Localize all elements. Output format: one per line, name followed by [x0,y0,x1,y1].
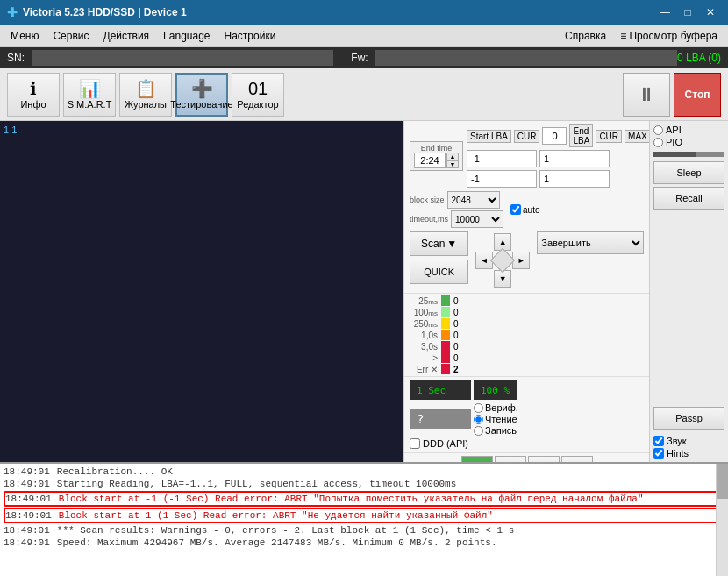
stat-row-err: Err ✕ 2 [410,364,644,374]
logs-button[interactable]: 📋 Журналы [119,73,172,117]
scan-label: Scan [421,238,445,250]
recall-button[interactable]: Recall [653,187,724,210]
read-radio[interactable] [474,415,483,424]
stop-button[interactable]: Стоп [674,73,721,117]
lba-display: 0 LBA (0) [677,52,721,64]
api-pio-section: API PIO [653,124,724,147]
scan-button[interactable]: Scan ▼ [410,231,468,256]
complete-select[interactable]: Завершить [537,231,644,254]
stat-value-250: 0 [453,319,459,329]
start-lba-input2[interactable] [467,170,537,188]
hints-checkbox-label: Hints [653,448,724,459]
close-button[interactable]: ✕ [700,4,721,21]
stat-row-100: 100ms 0 [410,307,644,317]
next-button[interactable]: ▶?◀ [528,456,560,462]
start-lba-input[interactable] [467,150,537,167]
log-msg-1: Starting Reading, LBA=-1..1, FULL, seque… [57,479,456,489]
editor-button[interactable]: 01 Редактор [232,73,284,117]
app-body: 1 1 End time ▲ ▼ [0,121,728,576]
end-time-input[interactable] [414,153,446,168]
end-time-down[interactable]: ▼ [446,160,459,168]
menu-item-actions[interactable]: Действия [96,28,157,44]
end-lba-input2[interactable] [539,170,610,188]
verify-label: Вериф. [485,402,518,413]
stat-row-25: 25ms 0 [410,295,644,306]
rewind-button[interactable]: ◀◀ [495,456,526,462]
pause-button[interactable]: ⏸ [623,73,670,117]
smart-icon: 📊 [79,80,101,97]
progress-fill [653,152,696,157]
verify-radio[interactable] [474,403,483,413]
smart-button[interactable]: 📊 S.M.A.R.T [63,73,116,117]
play-button[interactable]: ▶ [461,456,493,462]
test-label: Тестирование [170,99,232,110]
main-visualization: 1 1 [0,121,403,462]
end-time-spinner: ▲ ▼ [446,153,459,168]
menu-item-settings[interactable]: Настройки [218,28,283,44]
timeout-select[interactable]: 10000 5000 20000 [451,210,503,228]
stats-section: 25ms 0 100ms 0 250ms 0 1,0s 0 [404,293,649,376]
diamond-bottom-button[interactable]: ▼ [494,270,511,288]
write-radio-label: Запись [474,425,518,436]
stat-bar-1s [441,330,450,340]
read-label: Чтение [485,414,517,424]
lba-inputs-section: Start LBA CUR End LBA CUR MAX [467,124,651,188]
read-radio-label: Чтение [474,414,518,424]
stat-value-err: 2 [453,365,459,374]
test-button[interactable]: ➕ Тестирование [175,73,228,117]
minimize-button[interactable]: — [654,4,675,21]
stat-row-250: 250ms 0 [410,318,644,329]
end-time-up[interactable]: ▲ [446,153,459,160]
log-scrollbar[interactable] [716,464,728,576]
hints-checkbox[interactable] [653,448,664,459]
api-radio[interactable] [653,125,663,135]
block-timeout-row: block size 2048 512 1024 4096 timeout,ms… [404,191,649,231]
log-row-3-highlight: 18:49:01 Block start at 1 (1 Sec) Read e… [4,508,724,523]
cur-value1[interactable] [542,127,567,145]
end-lba-input[interactable] [539,150,610,167]
end-lba-label: End LBA [569,124,593,147]
diamond-right-button[interactable]: ► [512,252,530,269]
lba-row3 [467,170,651,188]
toolbar: ℹ Инфо 📊 S.M.A.R.T 📋 Журналы ➕ Тестирова… [0,68,728,121]
pio-radio[interactable] [653,138,663,147]
stat-label-1s: 1,0s [410,331,438,340]
stat-bar-err [441,364,450,374]
menu-item-language[interactable]: Language [156,28,217,44]
stat-value-100: 0 [453,308,459,317]
auto-checkbox[interactable] [510,204,521,215]
info-button[interactable]: ℹ Инфо [7,73,60,117]
menu-item-service[interactable]: Сервис [46,28,96,44]
stat-label-gt: > [410,353,438,363]
stat-label-250: 250ms [410,319,438,329]
maximize-button[interactable]: □ [677,4,698,21]
passp-button[interactable]: Passp [653,407,724,430]
write-radio[interactable] [474,426,483,436]
log-section[interactable]: 18:49:01 Recalibration.... OK 18:49:01 S… [0,462,728,576]
log-time-3: 18:49:01 [5,510,52,521]
end-time-controls: ▲ ▼ [414,153,459,168]
menu-item-help[interactable]: Справка [558,28,613,44]
log-time-1: 18:49:01 [4,479,50,489]
log-scrollbar-thumb[interactable] [717,464,728,499]
stat-row-gt: > 0 [410,352,644,363]
menu-item-menu[interactable]: Меню [4,28,46,44]
stat-row-3s: 3,0s 0 [410,341,644,352]
end-button[interactable]: ▶|◀ [561,456,593,462]
sound-checkbox[interactable] [653,436,664,446]
max-label: MAX [625,130,651,143]
sound-hints-section: Звук Hints [653,436,724,459]
sleep-button[interactable]: Sleep [653,161,724,184]
progress-track [653,152,724,157]
ddd-api-checkbox[interactable] [410,438,420,449]
logs-label: Журналы [125,99,167,110]
log-msg-3: Block start at 1 (1 Sec) Read error: ABR… [59,510,493,521]
log-time-4: 18:49:01 [4,525,50,536]
right-controls-panel: End time ▲ ▼ Start LBA CUR End L [403,121,649,462]
editor-label: Редактор [237,99,278,110]
block-size-select[interactable]: 2048 512 1024 4096 [447,191,500,209]
stat-bar-250 [441,318,450,329]
buffer-view-button[interactable]: ≡ Просмотр буфера [613,28,724,44]
log-row-1: 18:49:01 Starting Reading, LBA=-1..1, FU… [4,478,724,490]
quick-button[interactable]: QUICK [410,260,468,284]
